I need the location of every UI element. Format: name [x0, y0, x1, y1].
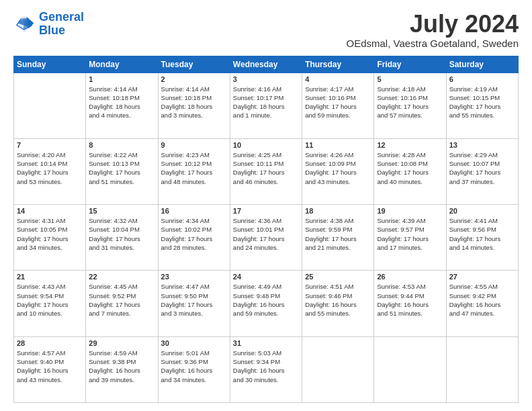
- day-info: Sunrise: 4:55 AM Sunset: 9:42 PM Dayligh…: [449, 282, 515, 318]
- day-number: 26: [377, 273, 443, 281]
- title-block: July 2024 OEdsmal, Vaestra Goetaland, Sw…: [346, 11, 519, 49]
- day-number: 24: [233, 273, 299, 281]
- week-row-4: 21Sunrise: 4:43 AM Sunset: 9:54 PM Dayli…: [14, 271, 519, 336]
- day-number: 12: [377, 141, 443, 149]
- day-info: Sunrise: 4:36 AM Sunset: 10:01 PM Daylig…: [233, 216, 299, 252]
- header: General Blue July 2024 OEdsmal, Vaestra …: [13, 11, 519, 49]
- day-info: Sunrise: 4:34 AM Sunset: 10:02 PM Daylig…: [161, 216, 227, 252]
- day-info: Sunrise: 4:23 AM Sunset: 10:12 PM Daylig…: [161, 150, 227, 186]
- day-number: 13: [449, 141, 515, 149]
- day-info: Sunrise: 4:16 AM Sunset: 10:17 PM Daylig…: [233, 85, 299, 120]
- day-info: Sunrise: 4:49 AM Sunset: 9:48 PM Dayligh…: [233, 282, 299, 318]
- col-monday: Monday: [86, 56, 158, 73]
- day-info: Sunrise: 4:45 AM Sunset: 9:52 PM Dayligh…: [89, 282, 154, 318]
- logo-blue: Blue: [39, 24, 65, 37]
- calendar-cell: [14, 73, 86, 138]
- day-info: Sunrise: 4:14 AM Sunset: 10:18 PM Daylig…: [89, 85, 154, 120]
- calendar-cell: 21Sunrise: 4:43 AM Sunset: 9:54 PM Dayli…: [14, 271, 86, 336]
- day-number: 5: [377, 75, 443, 83]
- day-number: 31: [233, 339, 299, 347]
- calendar-cell: 28Sunrise: 4:57 AM Sunset: 9:40 PM Dayli…: [14, 336, 86, 402]
- calendar-cell: 25Sunrise: 4:51 AM Sunset: 9:46 PM Dayli…: [302, 271, 374, 336]
- calendar-cell: 13Sunrise: 4:29 AM Sunset: 10:07 PM Dayl…: [446, 138, 518, 204]
- calendar-header-row: Sunday Monday Tuesday Wednesday Thursday…: [14, 56, 519, 73]
- calendar-cell: 4Sunrise: 4:17 AM Sunset: 10:16 PM Dayli…: [302, 73, 374, 138]
- week-row-5: 28Sunrise: 4:57 AM Sunset: 9:40 PM Dayli…: [14, 336, 519, 402]
- calendar-cell: [374, 336, 446, 402]
- day-info: Sunrise: 4:26 AM Sunset: 10:09 PM Daylig…: [305, 150, 371, 186]
- day-info: Sunrise: 4:32 AM Sunset: 10:04 PM Daylig…: [89, 216, 154, 252]
- day-number: 18: [305, 207, 371, 215]
- day-number: 8: [89, 141, 154, 149]
- day-info: Sunrise: 4:31 AM Sunset: 10:05 PM Daylig…: [17, 216, 83, 252]
- day-info: Sunrise: 4:25 AM Sunset: 10:11 PM Daylig…: [233, 150, 299, 186]
- day-number: 22: [89, 273, 154, 281]
- calendar-cell: 31Sunrise: 5:03 AM Sunset: 9:34 PM Dayli…: [230, 336, 302, 402]
- day-number: 19: [377, 207, 443, 215]
- main-title: July 2024: [346, 11, 519, 38]
- calendar-cell: 8Sunrise: 4:22 AM Sunset: 10:13 PM Dayli…: [86, 138, 158, 204]
- day-info: Sunrise: 4:29 AM Sunset: 10:07 PM Daylig…: [449, 150, 515, 186]
- calendar-cell: 19Sunrise: 4:39 AM Sunset: 9:57 PM Dayli…: [374, 205, 446, 271]
- col-tuesday: Tuesday: [158, 56, 230, 73]
- calendar-cell: 14Sunrise: 4:31 AM Sunset: 10:05 PM Dayl…: [14, 205, 86, 271]
- day-number: 21: [17, 273, 83, 281]
- day-number: 11: [305, 141, 371, 149]
- day-number: 9: [161, 141, 227, 149]
- calendar-cell: 7Sunrise: 4:20 AM Sunset: 10:14 PM Dayli…: [14, 138, 86, 204]
- day-info: Sunrise: 4:41 AM Sunset: 9:56 PM Dayligh…: [449, 216, 515, 252]
- calendar-cell: 11Sunrise: 4:26 AM Sunset: 10:09 PM Dayl…: [302, 138, 374, 204]
- logo-icon: [13, 13, 35, 35]
- col-saturday: Saturday: [446, 56, 518, 73]
- day-info: Sunrise: 4:57 AM Sunset: 9:40 PM Dayligh…: [17, 349, 83, 384]
- day-number: 17: [233, 207, 299, 215]
- calendar-cell: 5Sunrise: 4:18 AM Sunset: 10:16 PM Dayli…: [374, 73, 446, 138]
- col-thursday: Thursday: [302, 56, 374, 73]
- day-number: 29: [89, 339, 154, 347]
- logo: General Blue: [13, 11, 84, 38]
- week-row-3: 14Sunrise: 4:31 AM Sunset: 10:05 PM Dayl…: [14, 205, 519, 271]
- day-number: 27: [449, 273, 515, 281]
- day-number: 28: [17, 339, 83, 347]
- logo-general: General: [39, 10, 84, 24]
- calendar-cell: 26Sunrise: 4:53 AM Sunset: 9:44 PM Dayli…: [374, 271, 446, 336]
- day-info: Sunrise: 4:14 AM Sunset: 10:18 PM Daylig…: [161, 85, 227, 120]
- day-number: 23: [161, 273, 227, 281]
- day-number: 7: [17, 141, 83, 149]
- col-sunday: Sunday: [14, 56, 86, 73]
- subtitle: OEdsmal, Vaestra Goetaland, Sweden: [346, 38, 519, 49]
- day-info: Sunrise: 4:18 AM Sunset: 10:16 PM Daylig…: [377, 85, 443, 120]
- calendar-cell: 18Sunrise: 4:38 AM Sunset: 9:59 PM Dayli…: [302, 205, 374, 271]
- calendar-cell: [446, 336, 518, 402]
- week-row-1: 1Sunrise: 4:14 AM Sunset: 10:18 PM Dayli…: [14, 73, 519, 138]
- calendar-cell: 6Sunrise: 4:19 AM Sunset: 10:15 PM Dayli…: [446, 73, 518, 138]
- calendar-cell: 27Sunrise: 4:55 AM Sunset: 9:42 PM Dayli…: [446, 271, 518, 336]
- day-info: Sunrise: 5:03 AM Sunset: 9:34 PM Dayligh…: [233, 349, 299, 384]
- calendar-cell: 9Sunrise: 4:23 AM Sunset: 10:12 PM Dayli…: [158, 138, 230, 204]
- calendar-cell: 17Sunrise: 4:36 AM Sunset: 10:01 PM Dayl…: [230, 205, 302, 271]
- day-info: Sunrise: 4:43 AM Sunset: 9:54 PM Dayligh…: [17, 282, 83, 318]
- day-info: Sunrise: 4:20 AM Sunset: 10:14 PM Daylig…: [17, 150, 83, 186]
- calendar-cell: [302, 336, 374, 402]
- day-number: 4: [305, 75, 371, 83]
- calendar-cell: 23Sunrise: 4:47 AM Sunset: 9:50 PM Dayli…: [158, 271, 230, 336]
- calendar-cell: 24Sunrise: 4:49 AM Sunset: 9:48 PM Dayli…: [230, 271, 302, 336]
- day-info: Sunrise: 4:51 AM Sunset: 9:46 PM Dayligh…: [305, 282, 371, 318]
- calendar-cell: 10Sunrise: 4:25 AM Sunset: 10:11 PM Dayl…: [230, 138, 302, 204]
- col-friday: Friday: [374, 56, 446, 73]
- day-info: Sunrise: 4:19 AM Sunset: 10:15 PM Daylig…: [449, 85, 515, 120]
- day-number: 2: [161, 75, 227, 83]
- day-number: 20: [449, 207, 515, 215]
- page: General Blue July 2024 OEdsmal, Vaestra …: [0, 0, 532, 411]
- calendar-cell: 15Sunrise: 4:32 AM Sunset: 10:04 PM Dayl…: [86, 205, 158, 271]
- day-info: Sunrise: 4:17 AM Sunset: 10:16 PM Daylig…: [305, 85, 371, 120]
- calendar-cell: 20Sunrise: 4:41 AM Sunset: 9:56 PM Dayli…: [446, 205, 518, 271]
- calendar-cell: 16Sunrise: 4:34 AM Sunset: 10:02 PM Dayl…: [158, 205, 230, 271]
- day-info: Sunrise: 4:39 AM Sunset: 9:57 PM Dayligh…: [377, 216, 443, 252]
- day-info: Sunrise: 4:47 AM Sunset: 9:50 PM Dayligh…: [161, 282, 227, 318]
- day-info: Sunrise: 4:22 AM Sunset: 10:13 PM Daylig…: [89, 150, 154, 186]
- calendar-cell: 30Sunrise: 5:01 AM Sunset: 9:36 PM Dayli…: [158, 336, 230, 402]
- logo-text: General Blue: [39, 11, 84, 38]
- calendar-cell: 12Sunrise: 4:28 AM Sunset: 10:08 PM Dayl…: [374, 138, 446, 204]
- day-number: 6: [449, 75, 515, 83]
